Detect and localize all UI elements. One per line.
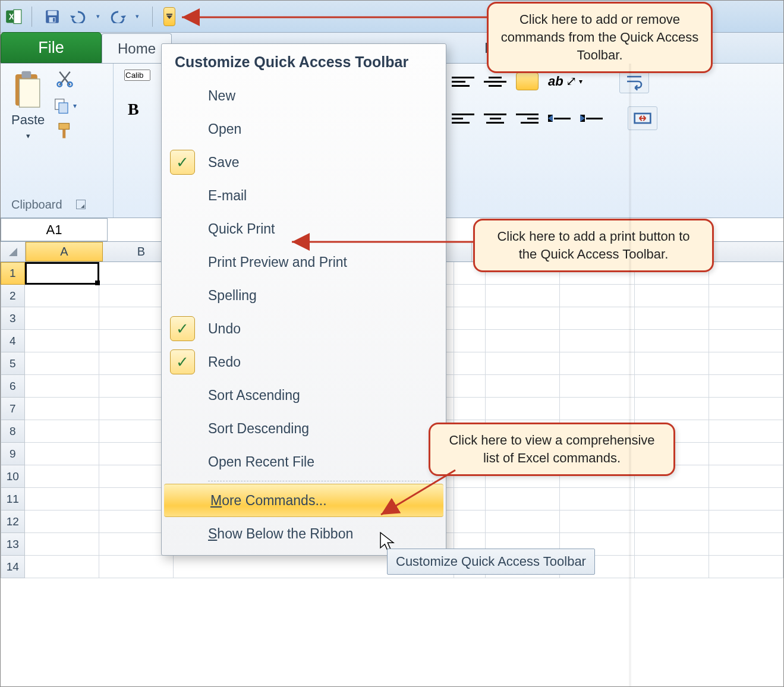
cell[interactable] [635, 307, 709, 330]
cell[interactable] [25, 510, 99, 533]
menu-item-new[interactable]: New [162, 79, 446, 112]
cell[interactable] [454, 352, 486, 375]
cell[interactable] [25, 533, 99, 556]
align-middle-button[interactable] [484, 73, 506, 90]
menu-item-quick-print[interactable]: Quick Print [162, 212, 446, 245]
increase-indent-button[interactable] [580, 109, 603, 127]
row-header[interactable]: 4 [1, 330, 25, 352]
align-right-button[interactable] [516, 109, 539, 127]
copy-button[interactable]: ▾ [53, 97, 77, 115]
cell[interactable] [709, 533, 783, 556]
cell[interactable] [709, 307, 783, 330]
cell[interactable] [709, 398, 783, 420]
row-header[interactable]: 5 [1, 352, 25, 375]
cell[interactable] [25, 398, 99, 420]
cell[interactable] [486, 307, 560, 330]
cell[interactable] [25, 262, 99, 285]
cell[interactable] [635, 352, 709, 375]
align-center-button[interactable] [484, 109, 506, 127]
menu-item-print-preview-and-print[interactable]: Print Preview and Print [162, 245, 446, 279]
cell[interactable] [25, 352, 99, 375]
cell[interactable] [25, 556, 99, 578]
cell[interactable] [635, 285, 709, 307]
cell[interactable] [25, 307, 99, 330]
cell[interactable] [486, 352, 560, 375]
row-header[interactable]: 3 [1, 307, 25, 330]
cell[interactable] [709, 285, 783, 307]
cell[interactable] [25, 488, 99, 510]
cell[interactable] [486, 510, 560, 533]
cell[interactable] [560, 488, 634, 510]
merge-center-button[interactable] [628, 106, 657, 130]
copy-dropdown[interactable]: ▾ [73, 102, 77, 110]
cell[interactable] [635, 510, 709, 533]
row-header[interactable]: 7 [1, 398, 25, 420]
align-bottom-button[interactable] [516, 73, 539, 90]
cell[interactable] [560, 352, 634, 375]
font-name-combo[interactable] [124, 70, 150, 81]
qat-save-button[interactable] [42, 6, 63, 27]
paste-dropdown[interactable]: ▾ [26, 131, 30, 140]
name-box[interactable]: A1 [1, 218, 108, 241]
cell[interactable] [709, 352, 783, 375]
cell[interactable] [709, 330, 783, 352]
customize-qat-button[interactable] [163, 7, 175, 26]
cell[interactable] [25, 375, 99, 398]
cell[interactable] [635, 533, 709, 556]
row-header[interactable]: 11 [1, 488, 25, 510]
row-header[interactable]: 8 [1, 420, 25, 443]
cell[interactable] [486, 330, 560, 352]
cell[interactable] [635, 488, 709, 510]
row-header[interactable]: 13 [1, 533, 25, 556]
cell[interactable] [454, 285, 486, 307]
cell[interactable] [709, 262, 783, 285]
cell[interactable] [486, 285, 560, 307]
menu-item-save[interactable]: ✓Save [162, 146, 446, 179]
cell[interactable] [25, 443, 99, 465]
cell[interactable] [709, 420, 783, 443]
cell[interactable] [99, 556, 174, 578]
cell[interactable] [486, 375, 560, 398]
format-painter-button[interactable] [56, 122, 74, 142]
cell[interactable] [635, 330, 709, 352]
cell[interactable] [486, 488, 560, 510]
decrease-indent-button[interactable] [548, 109, 571, 127]
cell[interactable] [709, 375, 783, 398]
menu-item-sort-ascending[interactable]: Sort Ascending [162, 379, 446, 412]
cell[interactable] [635, 556, 709, 578]
menu-item-show-below-ribbon[interactable]: Show Below the Ribbon [162, 517, 446, 550]
menu-item-redo[interactable]: ✓Redo [162, 345, 446, 379]
orientation-button[interactable]: ab⤢▾ [548, 74, 583, 89]
cell[interactable] [454, 510, 486, 533]
cell[interactable] [454, 330, 486, 352]
cell[interactable] [454, 307, 486, 330]
bold-button[interactable]: B [124, 97, 150, 121]
menu-item-undo[interactable]: ✓Undo [162, 312, 446, 345]
qat-redo-button[interactable] [107, 6, 128, 27]
cell[interactable] [454, 488, 486, 510]
row-header[interactable]: 9 [1, 443, 25, 465]
cell[interactable] [709, 488, 783, 510]
cell[interactable] [560, 307, 634, 330]
cell[interactable] [560, 375, 634, 398]
cell[interactable] [25, 465, 99, 488]
menu-item-e-mail[interactable]: E-mail [162, 179, 446, 212]
cell[interactable] [454, 375, 486, 398]
row-header[interactable]: 10 [1, 465, 25, 488]
qat-undo-dropdown[interactable]: ▾ [94, 12, 102, 20]
cell[interactable] [635, 398, 709, 420]
menu-item-open-recent-file[interactable]: Open Recent File [162, 445, 446, 478]
qat-undo-button[interactable] [68, 6, 89, 27]
cell[interactable] [25, 330, 99, 352]
align-top-button[interactable] [452, 73, 474, 90]
menu-item-spelling[interactable]: Spelling [162, 279, 446, 312]
cell[interactable] [25, 285, 99, 307]
cell[interactable] [635, 375, 709, 398]
cell[interactable] [709, 465, 783, 488]
menu-item-more-commands[interactable]: More Commands... [164, 484, 443, 517]
qat-redo-dropdown[interactable]: ▾ [133, 12, 141, 20]
cell[interactable] [454, 398, 486, 420]
tab-file[interactable]: File [1, 32, 102, 63]
cell[interactable] [709, 443, 783, 465]
row-header[interactable]: 14 [1, 556, 25, 578]
